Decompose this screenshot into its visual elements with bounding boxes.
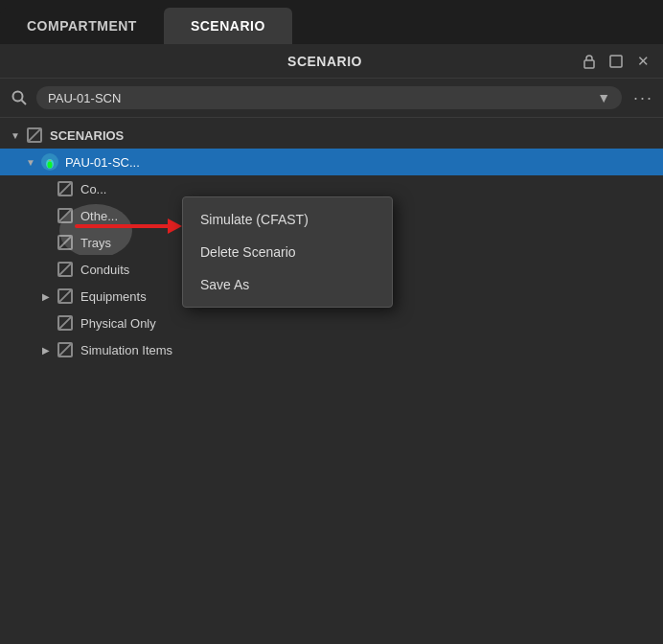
simulation-label: Simulation Items xyxy=(80,343,172,357)
tree-row-scenarios[interactable]: ▼ SCENARIOS xyxy=(0,122,663,149)
pau01scn-icon xyxy=(40,152,59,172)
svg-line-3 xyxy=(22,101,27,105)
context-menu: Simulate (CFAST) Delete Scenario Save As xyxy=(182,196,393,308)
trays-icon xyxy=(56,233,75,252)
conduits-label: Conduits xyxy=(80,263,129,277)
lock-icon[interactable] xyxy=(581,53,598,70)
expand-simulation[interactable]: ▶ xyxy=(38,342,54,357)
context-menu-simulate[interactable]: Simulate (CFAST) xyxy=(183,203,392,236)
scenarios-icon xyxy=(25,126,44,145)
svg-point-2 xyxy=(13,92,23,102)
context-menu-delete[interactable]: Delete Scenario xyxy=(183,236,392,268)
physical-icon xyxy=(56,313,75,333)
search-bar: PAU-01-SCN ▼ ··· xyxy=(0,79,663,118)
tree-row-pau01scn[interactable]: ▼ PAU-01-SC... xyxy=(0,149,663,175)
trays-label: Trays xyxy=(80,236,111,250)
tab-compartment-label: COMPARTMENT xyxy=(27,18,137,34)
tree-row-simulation[interactable]: ▶ Simulation Items xyxy=(0,336,663,363)
other-icon xyxy=(56,206,75,225)
window-title: SCENARIO xyxy=(69,54,581,69)
more-options-button[interactable]: ··· xyxy=(633,88,653,108)
physical-label: Physical Only xyxy=(80,316,156,331)
conduits-icon xyxy=(56,260,75,279)
comp-label: Co... xyxy=(80,182,106,196)
pau01scn-label: PAU-01-SC... xyxy=(65,155,140,170)
comp-icon xyxy=(56,179,75,198)
svg-point-6 xyxy=(48,162,53,169)
window-title-bar: SCENARIO ✕ xyxy=(0,44,663,79)
equipments-icon xyxy=(56,287,75,306)
tab-scenario[interactable]: SCENARIO xyxy=(164,8,292,44)
tab-scenario-label: SCENARIO xyxy=(191,18,265,34)
tree-row-physical[interactable]: ▶ Physical Only xyxy=(0,310,663,336)
svg-rect-0 xyxy=(584,60,594,68)
tree-view: ▼ SCENARIOS ▼ PAU-01-SC... ▶ Co... ▶ Oth… xyxy=(0,118,663,367)
scenarios-label: SCENARIOS xyxy=(50,128,124,143)
search-value: PAU-01-SCN xyxy=(48,91,597,105)
close-icon[interactable]: ✕ xyxy=(634,53,652,70)
simulation-icon xyxy=(56,340,75,359)
context-menu-saveas[interactable]: Save As xyxy=(183,268,392,301)
tab-bar: COMPARTMENT SCENARIO xyxy=(0,0,663,44)
expand-pau01scn[interactable]: ▼ xyxy=(23,154,38,170)
restore-icon[interactable] xyxy=(607,53,625,70)
tab-compartment[interactable]: COMPARTMENT xyxy=(0,8,164,44)
expand-scenarios[interactable]: ▼ xyxy=(8,127,23,143)
search-dropdown-arrow[interactable]: ▼ xyxy=(597,90,610,105)
window-controls: ✕ xyxy=(581,53,652,70)
search-input-wrap[interactable]: PAU-01-SCN ▼ xyxy=(36,86,622,109)
equipments-label: Equipments xyxy=(80,289,147,304)
other-label: Othe... xyxy=(80,209,118,223)
expand-equipments[interactable]: ▶ xyxy=(38,288,54,304)
search-icon xyxy=(10,89,29,106)
svg-rect-1 xyxy=(610,56,622,67)
